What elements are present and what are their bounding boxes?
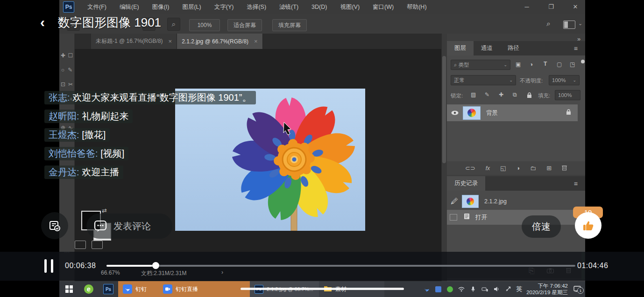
filter-shape-icon[interactable]: ▢ xyxy=(557,61,562,68)
lock-all-icon[interactable] xyxy=(527,92,532,100)
playback-speed-button[interactable]: 倍速 xyxy=(522,215,561,238)
history-brush-icon[interactable]: 🖉 xyxy=(447,197,462,206)
lock-position-icon[interactable]: ✚ xyxy=(499,91,503,98)
canvas-scrollbar-thumb[interactable] xyxy=(442,56,446,163)
swap-colors-icon[interactable]: ⇄ xyxy=(102,207,107,214)
menu-3d[interactable]: 3D(D) xyxy=(305,0,333,14)
history-row-snapshot[interactable]: 🖉 2.1.2.jpg xyxy=(447,193,585,210)
menu-select[interactable]: 选择(S) xyxy=(240,0,273,14)
home-indicator[interactable] xyxy=(241,288,404,290)
photoshop-taskbar-icon[interactable]: Ps xyxy=(99,281,118,297)
tab-channels[interactable]: 通道 xyxy=(474,41,500,55)
tray-usb-icon[interactable] xyxy=(504,285,512,293)
tab-layers[interactable]: 图层 xyxy=(447,41,474,55)
lasso-tool-icon[interactable]: ○ xyxy=(61,67,64,73)
fill-screen-button[interactable]: 填充屏幕 xyxy=(272,19,307,31)
tray-mic-icon[interactable] xyxy=(469,285,477,293)
taskbar-task-dingtalk[interactable]: 钉钉 xyxy=(118,281,158,297)
menu-edit[interactable]: 编辑(E) xyxy=(113,0,146,14)
menu-file[interactable]: 文件(F) xyxy=(81,0,113,14)
tray-wifi-icon[interactable] xyxy=(458,285,465,293)
browser-taskbar-icon[interactable]: e xyxy=(79,281,99,297)
status-expand-icon[interactable]: › xyxy=(221,269,223,276)
workspace-icon[interactable] xyxy=(563,21,575,29)
tab-history[interactable]: 历史记录 xyxy=(447,176,485,191)
like-button[interactable] xyxy=(575,212,602,239)
zoom-out-icon[interactable]: ⌕ xyxy=(167,18,180,31)
visibility-eye-icon[interactable] xyxy=(447,111,463,115)
tray-speaker-icon[interactable] xyxy=(493,285,500,293)
restore-button[interactable]: ❐ xyxy=(543,1,559,12)
notification-icon[interactable]: 1 xyxy=(572,285,582,293)
filter-pixel-icon[interactable]: ▣ xyxy=(516,61,521,68)
opacity-input[interactable]: 100% ⌄ xyxy=(549,75,580,85)
adjustment-layer-icon[interactable]: ◑ xyxy=(516,165,520,172)
fill-label: 填充: xyxy=(538,92,550,99)
lock-pixels-icon[interactable]: ✎ xyxy=(485,91,489,98)
pause-button[interactable] xyxy=(44,259,53,273)
back-icon[interactable]: ‹ xyxy=(40,15,45,29)
tray-clock[interactable]: 下午 7:06:42 2020/2/19 星期三 xyxy=(526,283,568,296)
comment-input[interactable]: 发表评论 xyxy=(86,214,172,239)
speed-label: 倍速 xyxy=(532,221,551,233)
close-button[interactable]: ✕ xyxy=(567,1,583,12)
crop-tool-icon[interactable]: ⊡ xyxy=(61,81,65,88)
tray-app-icon[interactable] xyxy=(434,285,442,293)
layer-filter-dropdown[interactable]: ⌕ 类型 ⌄ xyxy=(451,60,510,70)
zoom-100-button[interactable]: 100% xyxy=(189,19,220,31)
pen-tool-icon[interactable]: ✎ xyxy=(68,67,72,73)
new-layer-icon[interactable]: ⊞ xyxy=(546,165,552,172)
layer-row-background[interactable]: 背景 xyxy=(447,104,578,121)
minimize-button[interactable]: ─ xyxy=(519,1,535,12)
screen-mode-icon[interactable] xyxy=(92,241,103,249)
tray-dingtalk-icon[interactable] xyxy=(423,285,430,293)
tray-network-icon[interactable] xyxy=(481,285,488,293)
status-zoom[interactable]: 66.67% xyxy=(101,269,120,276)
tab-212jpg[interactable]: 2.1.2.jpg @ 66.7%(RGB/8) × xyxy=(177,34,263,49)
menu-image[interactable]: 图像(I) xyxy=(146,0,176,14)
tray-security-icon[interactable] xyxy=(446,285,453,293)
notes-button[interactable] xyxy=(41,212,68,239)
tab-close-icon[interactable]: × xyxy=(169,38,172,45)
menu-filter[interactable]: 滤镜(T) xyxy=(273,0,305,14)
taskbar-task-dingtalk-live[interactable]: 钉钉直播 xyxy=(158,281,250,297)
layer-style-icon[interactable]: fx xyxy=(486,165,490,172)
history-source-checkbox[interactable] xyxy=(450,214,457,221)
layers-menu-icon[interactable]: ≡ xyxy=(566,41,585,55)
menu-view[interactable]: 视图(V) xyxy=(333,0,366,14)
progress-track[interactable] xyxy=(106,265,575,267)
history-row-open[interactable]: 打开 xyxy=(447,210,585,225)
blend-mode-dropdown[interactable]: 正常 ⌄ xyxy=(451,75,516,85)
filter-text-icon[interactable]: T xyxy=(544,61,547,67)
layer-group-icon[interactable]: 🗀 xyxy=(530,165,536,172)
history-menu-icon[interactable]: ≡ xyxy=(566,176,585,191)
delete-layer-icon[interactable] xyxy=(562,165,567,172)
tab-untitled[interactable]: 未标题-1 @ 16.7%(RGB/8) × xyxy=(91,34,177,49)
quick-mask-icon[interactable] xyxy=(75,241,86,249)
filter-adjustment-icon[interactable]: ◑ xyxy=(530,61,533,68)
search-icon[interactable]: ⌕ xyxy=(546,20,551,28)
progress-thumb[interactable] xyxy=(152,262,159,269)
menu-type[interactable]: 文字(Y) xyxy=(208,0,241,14)
filter-toggle-icon[interactable] xyxy=(581,60,585,63)
menu-help[interactable]: 帮助(H) xyxy=(400,0,433,14)
start-button[interactable] xyxy=(59,281,79,297)
lock-transparency-icon[interactable]: ▨ xyxy=(471,91,476,98)
link-layers-icon[interactable]: ⊂⊃ xyxy=(465,165,475,172)
layer-thumbnail[interactable] xyxy=(463,106,481,120)
menu-layer[interactable]: 图层(L) xyxy=(176,0,207,14)
workspace-caret-icon[interactable]: ⌄ xyxy=(578,21,582,27)
tray-ime-label[interactable]: 英 xyxy=(516,285,522,293)
fill-input[interactable]: 100% xyxy=(555,90,580,100)
filter-smartobject-icon[interactable]: ◳ xyxy=(570,61,575,68)
tab-paths[interactable]: 路径 xyxy=(500,41,527,55)
tab-close-icon[interactable]: × xyxy=(254,38,258,45)
slice-tool-icon[interactable]: ✂ xyxy=(68,81,73,88)
history-thumbnail[interactable] xyxy=(462,195,479,208)
fit-screen-button[interactable]: 适合屏幕 xyxy=(227,19,262,31)
layer-mask-icon[interactable]: ◱ xyxy=(500,165,506,172)
move-tool-icon[interactable]: ✚ xyxy=(61,52,65,59)
marquee-tool-icon[interactable]: ☐ xyxy=(68,52,73,59)
lock-artboard-icon[interactable]: ⧉ xyxy=(513,91,517,98)
menu-window[interactable]: 窗口(W) xyxy=(366,0,400,14)
